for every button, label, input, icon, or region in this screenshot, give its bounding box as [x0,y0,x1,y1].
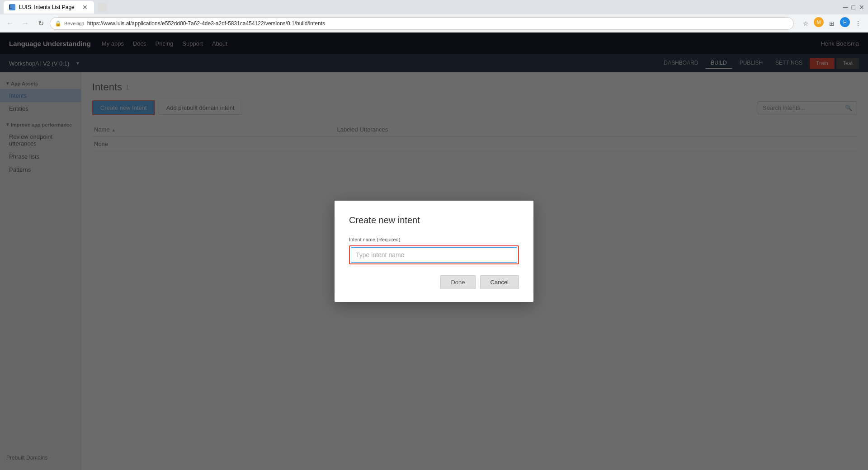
intent-name-input[interactable] [351,247,517,263]
required-label: (Required) [377,237,400,242]
layers-icon[interactable]: ⊞ [826,17,838,30]
profile-icon[interactable]: H [840,17,850,27]
restore-button[interactable]: □ [852,4,855,11]
secure-label: Beveiligd [64,21,85,26]
close-button[interactable]: ✕ [859,4,864,11]
modal-actions: Done Cancel [349,275,519,289]
tab-title: LUIS: Intents List Page [19,4,75,10]
extensions-icon[interactable]: M [814,17,824,27]
minimize-button[interactable]: ─ [843,3,848,11]
menu-icon[interactable]: ⋮ [852,17,864,30]
modal-title: Create new intent [349,215,519,226]
tab-close-button[interactable]: ✕ [81,4,89,11]
create-intent-modal: Create new intent Intent name (Required)… [335,201,533,302]
cancel-button[interactable]: Cancel [480,275,519,289]
secure-icon: 🔒 [55,20,61,27]
bookmark-icon[interactable]: ☆ [799,17,812,30]
browser-toolbar: ← → ↻ 🔒 Beveiligd https://www.luis.ai/ap… [0,14,868,33]
intent-name-input-wrapper [349,245,519,264]
address-text[interactable]: https://www.luis.ai/applications/e552dd0… [87,20,789,27]
forward-button[interactable]: → [19,17,32,30]
browser-titlebar: L LUIS: Intents List Page ✕ ─ □ ✕ [0,0,868,14]
done-button[interactable]: Done [440,275,475,289]
browser-toolbar-icons: ☆ M ⊞ H ⋮ [799,17,864,30]
reload-button[interactable]: ↻ [34,17,47,30]
intent-name-label: Intent name (Required) [349,236,519,243]
back-button[interactable]: ← [4,17,16,30]
app-wrapper: Language Understanding My apps Docs Pric… [0,33,868,470]
tab-favicon: L [9,4,15,10]
browser-chrome: L LUIS: Intents List Page ✕ ─ □ ✕ ← → ↻ … [0,0,868,33]
browser-tab[interactable]: L LUIS: Intents List Page ✕ [4,1,94,14]
form-field-intent-name: Intent name (Required) [349,236,519,264]
modal-overlay: Create new intent Intent name (Required)… [0,33,868,470]
address-bar[interactable]: 🔒 Beveiligd https://www.luis.ai/applicat… [50,17,794,30]
